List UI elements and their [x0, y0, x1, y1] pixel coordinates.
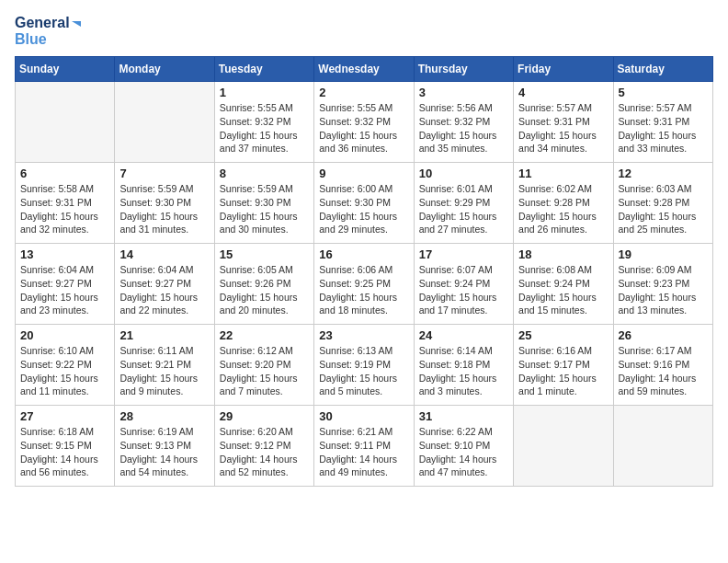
day-number: 2 [319, 86, 408, 99]
calendar-cell: 9Sunrise: 6:00 AM Sunset: 9:30 PM Daylig… [314, 163, 414, 244]
day-number: 23 [319, 328, 408, 342]
calendar-cell: 31Sunrise: 6:22 AM Sunset: 9:10 PM Dayli… [414, 406, 513, 487]
day-number: 10 [419, 167, 508, 180]
page-header: General Blue [15, 15, 713, 47]
day-number: 31 [419, 409, 508, 423]
calendar-cell: 29Sunrise: 6:20 AM Sunset: 9:12 PM Dayli… [214, 406, 313, 487]
day-number: 30 [319, 409, 408, 423]
day-number: 28 [119, 409, 209, 423]
day-number: 24 [419, 328, 508, 342]
day-number: 18 [518, 247, 608, 261]
day-number: 17 [419, 247, 508, 261]
calendar-cell: 16Sunrise: 6:06 AM Sunset: 9:25 PM Dayli… [314, 244, 414, 325]
day-number: 20 [20, 328, 109, 342]
day-number: 5 [619, 86, 708, 99]
calendar-cell: 3Sunrise: 5:56 AM Sunset: 9:32 PM Daylig… [414, 82, 513, 163]
day-of-week-header: Wednesday [314, 57, 414, 82]
calendar-cell [613, 406, 712, 487]
day-info: Sunrise: 6:20 AM Sunset: 9:12 PM Dayligh… [220, 425, 309, 479]
day-number: 15 [220, 247, 309, 261]
calendar-cell: 24Sunrise: 6:14 AM Sunset: 9:18 PM Dayli… [414, 325, 513, 406]
day-info: Sunrise: 6:09 AM Sunset: 9:23 PM Dayligh… [619, 263, 708, 317]
calendar-cell: 10Sunrise: 6:01 AM Sunset: 9:29 PM Dayli… [414, 163, 513, 244]
calendar-cell: 19Sunrise: 6:09 AM Sunset: 9:23 PM Dayli… [613, 244, 712, 325]
calendar-cell: 18Sunrise: 6:08 AM Sunset: 9:24 PM Dayli… [514, 244, 613, 325]
logo: General Blue [15, 15, 81, 47]
day-info: Sunrise: 5:59 AM Sunset: 9:30 PM Dayligh… [119, 182, 209, 236]
calendar-cell: 12Sunrise: 6:03 AM Sunset: 9:28 PM Dayli… [613, 163, 712, 244]
calendar-cell: 26Sunrise: 6:17 AM Sunset: 9:16 PM Dayli… [613, 325, 712, 406]
day-of-week-header: Sunday [16, 57, 115, 82]
day-number: 14 [119, 247, 209, 261]
day-info: Sunrise: 6:04 AM Sunset: 9:27 PM Dayligh… [119, 263, 209, 317]
day-of-week-header: Monday [115, 57, 214, 82]
calendar-table: SundayMondayTuesdayWednesdayThursdayFrid… [15, 56, 713, 487]
calendar-cell: 28Sunrise: 6:19 AM Sunset: 9:13 PM Dayli… [115, 406, 214, 487]
day-info: Sunrise: 6:13 AM Sunset: 9:19 PM Dayligh… [319, 344, 408, 398]
day-number: 7 [119, 167, 209, 180]
calendar-week-row: 1Sunrise: 5:55 AM Sunset: 9:32 PM Daylig… [16, 82, 713, 163]
calendar-cell: 1Sunrise: 5:55 AM Sunset: 9:32 PM Daylig… [214, 82, 313, 163]
calendar-cell: 23Sunrise: 6:13 AM Sunset: 9:19 PM Dayli… [314, 325, 414, 406]
day-number: 6 [20, 167, 109, 180]
day-number: 27 [20, 409, 109, 423]
calendar-cell: 27Sunrise: 6:18 AM Sunset: 9:15 PM Dayli… [16, 406, 115, 487]
day-number: 12 [619, 167, 708, 180]
day-info: Sunrise: 6:01 AM Sunset: 9:29 PM Dayligh… [419, 182, 508, 236]
day-info: Sunrise: 6:21 AM Sunset: 9:11 PM Dayligh… [319, 425, 408, 479]
day-number: 4 [518, 86, 608, 99]
calendar-cell: 7Sunrise: 5:59 AM Sunset: 9:30 PM Daylig… [115, 163, 214, 244]
day-info: Sunrise: 6:11 AM Sunset: 9:21 PM Dayligh… [119, 344, 209, 398]
day-info: Sunrise: 6:02 AM Sunset: 9:28 PM Dayligh… [518, 182, 608, 236]
logo-text: General Blue [15, 15, 81, 47]
day-number: 11 [518, 167, 608, 180]
day-number: 16 [319, 247, 408, 261]
day-info: Sunrise: 5:57 AM Sunset: 9:31 PM Dayligh… [619, 101, 708, 155]
day-number: 3 [419, 86, 508, 99]
day-info: Sunrise: 6:14 AM Sunset: 9:18 PM Dayligh… [419, 344, 508, 398]
calendar-cell: 15Sunrise: 6:05 AM Sunset: 9:26 PM Dayli… [214, 244, 313, 325]
day-of-week-header: Friday [514, 57, 613, 82]
calendar-cell: 5Sunrise: 5:57 AM Sunset: 9:31 PM Daylig… [613, 82, 712, 163]
day-info: Sunrise: 6:22 AM Sunset: 9:10 PM Dayligh… [419, 425, 508, 479]
calendar-cell: 6Sunrise: 5:58 AM Sunset: 9:31 PM Daylig… [16, 163, 115, 244]
day-info: Sunrise: 5:58 AM Sunset: 9:31 PM Dayligh… [20, 182, 109, 236]
calendar-cell: 14Sunrise: 6:04 AM Sunset: 9:27 PM Dayli… [115, 244, 214, 325]
calendar-cell: 30Sunrise: 6:21 AM Sunset: 9:11 PM Dayli… [314, 406, 414, 487]
calendar-cell: 22Sunrise: 6:12 AM Sunset: 9:20 PM Dayli… [214, 325, 313, 406]
day-of-week-header: Thursday [414, 57, 513, 82]
calendar-week-row: 27Sunrise: 6:18 AM Sunset: 9:15 PM Dayli… [16, 406, 713, 487]
day-info: Sunrise: 5:55 AM Sunset: 9:32 PM Dayligh… [319, 101, 408, 155]
day-number: 21 [119, 328, 209, 342]
calendar-cell: 4Sunrise: 5:57 AM Sunset: 9:31 PM Daylig… [514, 82, 613, 163]
day-info: Sunrise: 6:06 AM Sunset: 9:25 PM Dayligh… [319, 263, 408, 317]
day-number: 1 [220, 86, 309, 99]
calendar-cell: 13Sunrise: 6:04 AM Sunset: 9:27 PM Dayli… [16, 244, 115, 325]
day-info: Sunrise: 6:04 AM Sunset: 9:27 PM Dayligh… [20, 263, 109, 317]
calendar-header-row: SundayMondayTuesdayWednesdayThursdayFrid… [16, 57, 713, 82]
calendar-week-row: 20Sunrise: 6:10 AM Sunset: 9:22 PM Dayli… [16, 325, 713, 406]
calendar-cell: 11Sunrise: 6:02 AM Sunset: 9:28 PM Dayli… [514, 163, 613, 244]
day-info: Sunrise: 6:18 AM Sunset: 9:15 PM Dayligh… [20, 425, 109, 479]
day-number: 8 [220, 167, 309, 180]
calendar-cell: 25Sunrise: 6:16 AM Sunset: 9:17 PM Dayli… [514, 325, 613, 406]
calendar-cell: 20Sunrise: 6:10 AM Sunset: 9:22 PM Dayli… [16, 325, 115, 406]
day-info: Sunrise: 5:59 AM Sunset: 9:30 PM Dayligh… [220, 182, 309, 236]
day-number: 13 [20, 247, 109, 261]
calendar-cell [514, 406, 613, 487]
day-info: Sunrise: 6:08 AM Sunset: 9:24 PM Dayligh… [518, 263, 608, 317]
day-info: Sunrise: 6:05 AM Sunset: 9:26 PM Dayligh… [220, 263, 309, 317]
day-of-week-header: Saturday [613, 57, 712, 82]
day-info: Sunrise: 5:56 AM Sunset: 9:32 PM Dayligh… [419, 101, 508, 155]
calendar-cell [16, 82, 115, 163]
day-of-week-header: Tuesday [214, 57, 313, 82]
day-info: Sunrise: 6:03 AM Sunset: 9:28 PM Dayligh… [619, 182, 708, 236]
calendar-cell: 17Sunrise: 6:07 AM Sunset: 9:24 PM Dayli… [414, 244, 513, 325]
day-info: Sunrise: 6:07 AM Sunset: 9:24 PM Dayligh… [419, 263, 508, 317]
calendar-cell [115, 82, 214, 163]
calendar-cell: 8Sunrise: 5:59 AM Sunset: 9:30 PM Daylig… [214, 163, 313, 244]
day-info: Sunrise: 5:57 AM Sunset: 9:31 PM Dayligh… [518, 101, 608, 155]
calendar-cell: 21Sunrise: 6:11 AM Sunset: 9:21 PM Dayli… [115, 325, 214, 406]
day-number: 19 [619, 247, 708, 261]
day-number: 29 [220, 409, 309, 423]
